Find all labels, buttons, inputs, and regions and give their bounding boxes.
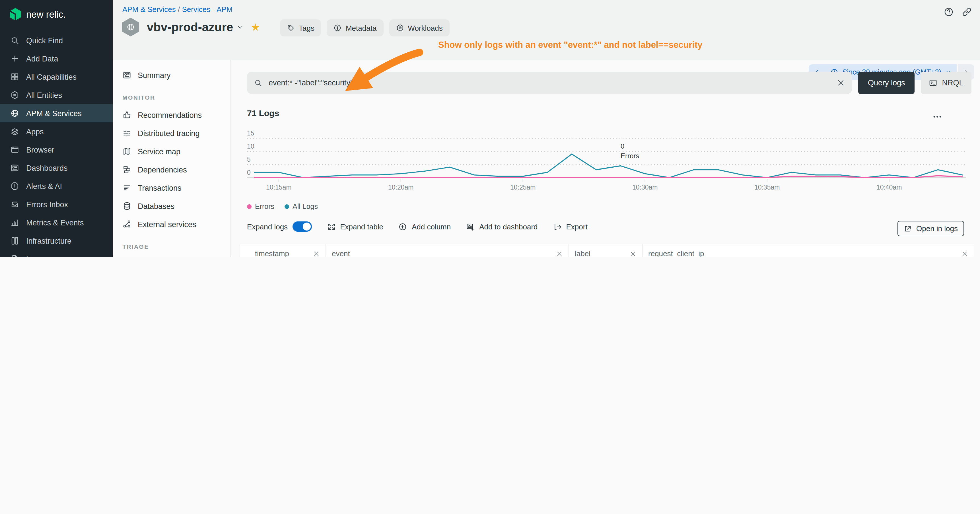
main-content: Since 30 minutes ago (GMT+2) Query logs … — [231, 60, 980, 257]
sidebar-item-label: Infrastructure — [26, 237, 72, 245]
open-in-logs-label: Open in logs — [916, 224, 958, 233]
sidebar-item-browser[interactable]: Browser — [0, 141, 113, 159]
logs-count-title: 71 Logs — [247, 108, 279, 118]
chart-menu-icon[interactable] — [932, 111, 942, 122]
remove-column-icon[interactable] — [961, 250, 968, 257]
sidebar-item-logs[interactable]: Logs — [0, 250, 113, 257]
sidebar-item-all-entities[interactable]: All Entities — [0, 86, 113, 104]
remove-column-icon[interactable] — [630, 250, 636, 257]
sidebar-item-label: Alerts & AI — [26, 182, 62, 190]
svg-text:10:15am: 10:15am — [266, 183, 292, 191]
expand-logs-control: Expand logs — [247, 221, 312, 232]
legend-dot — [247, 204, 251, 209]
export-icon — [553, 222, 562, 231]
nav-item-label: Dependencies — [138, 165, 187, 174]
new-relic-logo[interactable]: new relic. — [0, 0, 113, 31]
tags-label: Tags — [299, 24, 315, 32]
tags-button[interactable]: Tags — [280, 19, 321, 37]
deps-icon — [123, 165, 132, 174]
expand-icon — [327, 222, 336, 231]
sidebar-item-errors-inbox[interactable]: Errors Inbox — [0, 195, 113, 213]
external-link-icon — [904, 224, 912, 232]
sidebar-item-label: All Capabilities — [26, 73, 76, 81]
export-button[interactable]: Export — [553, 222, 588, 231]
nav-item-label: Recommendations — [138, 111, 202, 119]
nav-item-summary[interactable]: Summary — [113, 66, 230, 84]
legend-errors[interactable]: Errors — [247, 203, 274, 211]
breadcrumb-separator: / — [176, 5, 182, 14]
column-header-label[interactable]: label — [568, 244, 642, 257]
sidebar-item-label: Errors Inbox — [26, 200, 68, 208]
globe-icon — [126, 23, 135, 31]
copy-link-icon[interactable] — [962, 7, 972, 17]
add-to-dashboard-button[interactable]: Add to dashboard — [466, 222, 538, 231]
favorite-star-icon[interactable]: ★ — [251, 22, 260, 32]
sidebar-item-alerts-ai[interactable]: Alerts & AI — [0, 177, 113, 195]
window-icon — [10, 145, 19, 154]
nav-item-transactions[interactable]: Transactions — [113, 179, 230, 197]
workloads-button[interactable]: Workloads — [389, 19, 449, 37]
log-search-input[interactable] — [267, 78, 837, 88]
sidebar-item-apm-services[interactable]: APM & Services — [0, 104, 113, 123]
nav-item-errors-errors-inb-[interactable]: Errors (errors inb...New — [113, 255, 230, 257]
column-header-request_client_ip[interactable]: request_client_ip — [642, 244, 974, 257]
global-sidebar: new relic. Quick FindAdd DataAll Capabil… — [0, 0, 113, 257]
nav-item-external-services[interactable]: External services — [113, 215, 230, 233]
metadata-label: Metadata — [346, 24, 377, 32]
logs-chart-panel: 15105010:15am10:20am10:25am10:30am10:35a… — [240, 129, 974, 197]
entity-hexagon-icon — [123, 18, 139, 37]
entity-title-chevron-icon[interactable] — [237, 24, 243, 30]
legend-all-logs[interactable]: All Logs — [285, 203, 318, 211]
header-actions — [943, 7, 972, 17]
clear-search-icon[interactable] — [837, 78, 845, 87]
nav-item-databases[interactable]: Databases — [113, 197, 230, 215]
nav-item-dependencies[interactable]: Dependencies — [113, 161, 230, 179]
sidebar-item-add-data[interactable]: Add Data — [0, 49, 113, 68]
expand-table-button[interactable]: Expand table — [327, 222, 383, 231]
sidebar-item-quick-find[interactable]: Quick Find — [0, 31, 113, 49]
nav-item-service-map[interactable]: Service map — [113, 142, 230, 161]
breadcrumb-services-apm[interactable]: Services - APM — [182, 5, 233, 14]
add-column-button[interactable]: Add column — [399, 222, 451, 231]
thumb-icon — [123, 110, 132, 119]
column-label: event — [332, 249, 350, 257]
sidebar-item-apps[interactable]: Apps — [0, 123, 113, 141]
sidebar-item-metrics-events[interactable]: Metrics & Events — [0, 213, 113, 232]
breadcrumb-apm-services[interactable]: APM & Services — [123, 5, 176, 14]
remove-column-icon[interactable] — [556, 250, 563, 257]
entity-title[interactable]: vbv-prod-azure — [147, 20, 233, 34]
query-logs-button[interactable]: Query logs — [858, 72, 915, 94]
plus-circle-icon — [399, 222, 407, 231]
open-in-logs-button[interactable]: Open in logs — [897, 221, 964, 236]
svg-text:10:40am: 10:40am — [877, 183, 902, 191]
app-root: new relic. Quick FindAdd DataAll Capabil… — [0, 0, 980, 257]
workloads-icon — [396, 24, 404, 32]
svg-text:10: 10 — [247, 143, 255, 150]
chart-legend: ErrorsAll Logs — [247, 203, 318, 211]
transactions-icon — [123, 183, 132, 193]
hexlist-icon — [10, 91, 19, 100]
nav-section-monitor: MONITOR — [113, 84, 230, 106]
log-search-box — [247, 72, 852, 94]
svg-text:15: 15 — [247, 129, 255, 137]
page-header: APM & Services / Services - APM vbv-prod… — [113, 0, 980, 61]
help-circle-icon[interactable] — [943, 7, 954, 17]
nrql-button[interactable]: NRQL — [921, 72, 972, 94]
entity-buttons: TagsMetadataWorkloads — [280, 19, 450, 37]
metadata-button[interactable]: Metadata — [327, 19, 383, 37]
svg-text:Errors: Errors — [620, 152, 639, 160]
terminal-icon — [929, 78, 938, 87]
sidebar-item-dashboards[interactable]: Dashboards — [0, 159, 113, 177]
column-header-event[interactable]: event — [326, 244, 568, 257]
column-header-timestamp[interactable]: timestamp — [240, 244, 326, 257]
expand-logs-toggle[interactable] — [292, 221, 312, 232]
map-icon — [123, 147, 132, 156]
nav-item-recommendations[interactable]: Recommendations — [113, 106, 230, 124]
add-column-label: Add column — [412, 222, 451, 231]
toggle-knob — [302, 223, 310, 231]
sidebar-item-all-capabilities[interactable]: All Capabilities — [0, 68, 113, 86]
nav-item-distributed-tracing[interactable]: Distributed tracing — [113, 124, 230, 142]
sidebar-item-infrastructure[interactable]: Infrastructure — [0, 232, 113, 250]
remove-column-icon[interactable] — [313, 250, 320, 257]
server-icon — [10, 236, 19, 245]
